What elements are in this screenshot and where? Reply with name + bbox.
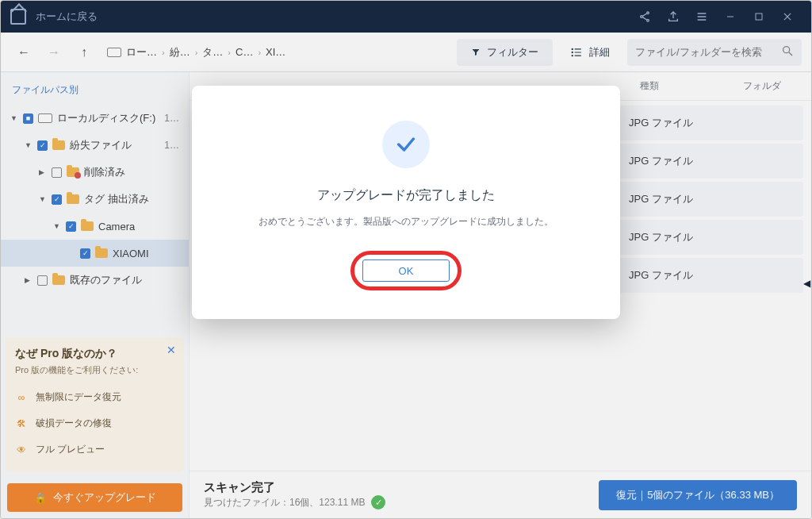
upgrade-complete-dialog: アップグレードが完了しました おめでとうございます。製品版へのアップグレードに成… [192,86,620,319]
dialog-title: アップグレードが完了しました [216,187,596,204]
dialog-body: おめでとうございます。製品版へのアップグレードに成功しました。 [216,215,596,229]
ok-button[interactable]: OK [362,260,450,282]
success-check-icon [382,121,430,168]
modal-overlay: アップグレードが完了しました おめでとうございます。製品版へのアップグレードに成… [0,0,812,519]
ok-highlight: OK [350,251,462,290]
